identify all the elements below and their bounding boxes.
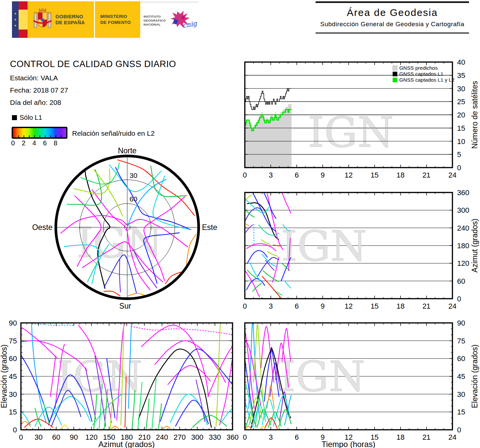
svg-text:12: 12	[344, 302, 352, 310]
svg-text:15: 15	[457, 408, 465, 416]
svg-text:0: 0	[457, 426, 461, 434]
svg-text:180: 180	[457, 242, 469, 250]
svg-text:30: 30	[35, 433, 43, 441]
svg-text:10: 10	[457, 137, 465, 146]
svg-text:0: 0	[457, 164, 461, 172]
svg-text:240: 240	[457, 224, 469, 232]
svg-text:18: 18	[397, 302, 405, 310]
svg-text:40: 40	[457, 58, 465, 66]
satellite-count-chart: IGNGNSS predichosGNSS captados L1GNSS ca…	[242, 60, 480, 179]
ministerio-label: MINISTERIODE FOMENTO	[100, 14, 131, 26]
svg-text:60: 60	[9, 354, 17, 363]
svg-text:120: 120	[457, 259, 469, 267]
svg-text:IGN: IGN	[308, 108, 394, 156]
svg-text:6: 6	[295, 433, 299, 441]
svg-text:120: 120	[85, 433, 98, 441]
svg-text:6: 6	[295, 302, 299, 310]
snr-colorbar-label: Relación señal/ruido en L2	[72, 129, 155, 137]
svg-text:3: 3	[269, 433, 273, 441]
svg-text:GNSS captados L1 y L2: GNSS captados L1 y L2	[399, 77, 454, 83]
svg-text:60: 60	[457, 277, 465, 285]
ministerio-block: MINISTERIODE FOMENTO	[94, 1, 140, 38]
svg-text:18: 18	[397, 433, 405, 441]
svg-text:Azimut (grados): Azimut (grados)	[470, 219, 479, 272]
svg-text:24: 24	[448, 302, 456, 310]
svg-text:3: 3	[269, 171, 273, 179]
svg-text:90: 90	[9, 319, 17, 327]
svg-text:35: 35	[457, 71, 465, 80]
svg-text:60: 60	[457, 354, 465, 363]
elevation-time-chart: IGN036912151821240153045607590Tiempo (ho…	[242, 321, 480, 448]
svg-text:60: 60	[52, 433, 60, 441]
solo-l1-legend: Sólo L1	[12, 114, 42, 121]
svg-text:Elevación (grados): Elevación (grados)	[0, 344, 8, 408]
report-title-block: CONTROL DE CALIDAD GNSS DIARIO Estación:…	[10, 59, 176, 111]
svg-text:5: 5	[457, 150, 461, 159]
svg-text:300: 300	[457, 206, 469, 214]
spain-coat-of-arms-icon	[32, 7, 53, 33]
svg-text:0: 0	[13, 426, 17, 434]
svg-text:20: 20	[457, 111, 465, 119]
svg-text:21: 21	[423, 171, 431, 179]
gobierno-label: GOBIERNODE ESPAÑA	[55, 14, 85, 26]
svg-text:Este: Este	[202, 223, 217, 232]
svg-text:30: 30	[457, 85, 465, 93]
azimuth-time-chart: IGN03691215182124060120180240300360Azimu…	[242, 190, 480, 310]
svg-text:60: 60	[130, 195, 137, 203]
svg-text:270: 270	[173, 433, 186, 441]
header-subtitle: Subdirección General de Geodesia y Carto…	[316, 21, 469, 28]
svg-text:Elevación (grados): Elevación (grados)	[470, 344, 479, 408]
svg-text:Norte: Norte	[118, 146, 137, 155]
svg-text:30: 30	[130, 172, 137, 179]
svg-text:Azimut (grados): Azimut (grados)	[98, 440, 154, 448]
svg-text:Número de satélites: Número de satélites	[470, 81, 479, 149]
snr-colorbar-legend: 02468 Relación señal/ruido en L2	[12, 127, 155, 147]
svg-text:300: 300	[191, 433, 203, 441]
svg-text:90: 90	[70, 433, 78, 441]
svg-text:18: 18	[397, 171, 405, 179]
svg-text:21: 21	[423, 433, 431, 441]
svg-text:21: 21	[423, 302, 431, 310]
svg-text:6: 6	[295, 171, 299, 179]
svg-text:15: 15	[370, 171, 378, 179]
gnss-quality-report: { "banner":{"gobierno":["GOBIERNO","DE E…	[0, 0, 480, 448]
svg-text:0: 0	[19, 433, 23, 441]
svg-text:15: 15	[370, 302, 378, 310]
svg-text:45: 45	[457, 372, 465, 381]
snr-colorbar-ticks: 02468	[12, 139, 67, 147]
svg-text:0: 0	[243, 433, 247, 441]
snr-colorbar	[12, 127, 67, 139]
svg-text:360: 360	[457, 188, 469, 197]
svg-text:25: 25	[457, 98, 465, 106]
cnig-logo-icon: cnig	[167, 9, 196, 33]
gov-banner: ★★★ GOBIERNODE ESPAÑA MINISTERIODE FOMEN…	[12, 1, 198, 38]
svg-text:240: 240	[156, 433, 168, 441]
svg-text:0: 0	[243, 171, 247, 179]
svg-text:24: 24	[448, 433, 456, 441]
gobierno-block: GOBIERNODE ESPAÑA	[28, 1, 94, 38]
svg-text:Tiempo (horas): Tiempo (horas)	[322, 440, 375, 448]
svg-text:360: 360	[227, 433, 239, 441]
svg-text:9: 9	[321, 171, 325, 179]
date-line: Fecha: 2018 07 27	[10, 86, 176, 94]
svg-text:Sur: Sur	[119, 302, 131, 310]
solo-l1-label: Sólo L1	[20, 114, 42, 121]
doy-line: Día del año: 208	[10, 99, 176, 107]
report-title: CONTROL DE CALIDAD GNSS DIARIO	[10, 59, 176, 69]
header-title: Área de Geodesia	[316, 7, 469, 18]
svg-text:15: 15	[9, 408, 17, 416]
spain-flag-strip	[19, 1, 28, 38]
svg-text:GNSS predichos: GNSS predichos	[399, 65, 438, 71]
instituto-label: INSTITUTOGEOGRÁFICONACIONAL	[144, 15, 166, 27]
svg-text:Oeste: Oeste	[32, 223, 52, 232]
elevation-azimuth-chart: IGN0306090120150180210240270300330360015…	[0, 321, 242, 448]
department-header: Área de Geodesia Subdirección General de…	[316, 1, 469, 34]
svg-text:75: 75	[9, 337, 17, 345]
svg-text:12: 12	[344, 171, 352, 179]
station-line: Estación: VALA	[10, 74, 176, 82]
skyplot-chart: IGN3060NorteSurOesteEste	[20, 146, 233, 312]
svg-text:90: 90	[457, 319, 465, 327]
svg-text:9: 9	[321, 302, 325, 310]
black-square-swatch	[12, 115, 17, 120]
svg-text:IGN: IGN	[281, 222, 367, 270]
